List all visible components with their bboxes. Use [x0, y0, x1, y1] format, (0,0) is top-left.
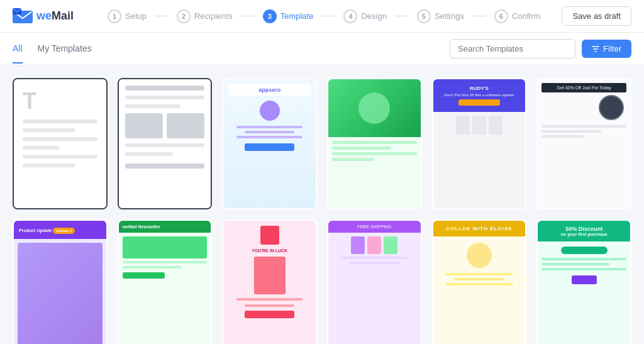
template-blank-preview: T [14, 79, 106, 208]
watch-line-1 [541, 125, 626, 128]
shopping-body [328, 233, 421, 268]
hoodie-image [254, 257, 286, 294]
step-divider-4 [396, 16, 408, 16]
food-line-3 [332, 152, 417, 155]
template-watch[interactable]: Get 40% Off Just For Today [536, 78, 631, 209]
step-template[interactable]: 3 Template [255, 9, 321, 23]
template-woo[interactable]: 50% Discount on your first purchase [536, 219, 631, 344]
rudy-subtitle: Don't Put this Of like a software update [438, 93, 521, 97]
template-collab[interactable]: COLLDE WITH ELOISE [432, 219, 527, 344]
woo-cta [561, 247, 608, 254]
blank-line-6 [23, 164, 75, 167]
tabs-actions: Filter [450, 39, 631, 58]
rudy-item-3 [489, 116, 502, 135]
template-grid: T appsero [0, 65, 644, 344]
product-header: Product Update Update 1 [14, 221, 106, 239]
save-draft-button[interactable]: Save as draft [562, 6, 631, 26]
food-image [328, 79, 421, 137]
rudy-btn [458, 99, 499, 106]
layout-row2 [125, 113, 205, 138]
template-hoodie[interactable]: YOU'RE IN LUCK [222, 219, 317, 344]
blank-line-2 [23, 128, 75, 132]
logo-text: weMail [36, 9, 74, 23]
blank-line-5 [23, 155, 97, 158]
layout-mline-3 [125, 143, 205, 147]
hoodie-btn [245, 311, 294, 318]
template-appsero[interactable]: appsero [222, 78, 317, 209]
food-content [328, 137, 421, 165]
step-settings[interactable]: 5 Settings [409, 9, 472, 23]
template-rudy-preview: RUDY'S Don't Put this Of like a software… [433, 79, 526, 208]
watch-line-2 [541, 130, 601, 133]
template-newsletter-preview: weMail Newsletter [119, 221, 211, 344]
shopping-bag-2 [367, 236, 381, 254]
watch-line-3 [541, 135, 584, 138]
tabs: All My Templates [13, 35, 92, 64]
step-confirm[interactable]: 6 Confirm [487, 9, 548, 23]
watch-image [541, 92, 626, 123]
appsero-logo: appsero [228, 84, 311, 96]
appsero-cta [245, 143, 294, 151]
step-setup[interactable]: 1 Setup [100, 9, 154, 23]
layout-box-2 [167, 113, 204, 138]
header: weMail 1 Setup 2 Recipients 3 Template 4… [0, 0, 644, 33]
template-newsletter[interactable]: weMail Newsletter [118, 219, 213, 344]
food-line-1 [332, 141, 417, 144]
layout-box-1 [125, 113, 163, 138]
appsero-avatar [260, 101, 280, 121]
newsletter-line-2 [123, 266, 182, 269]
step-design[interactable]: 4 Design [336, 9, 394, 23]
template-layout[interactable] [118, 78, 213, 209]
tab-all[interactable]: All [13, 43, 23, 64]
step-recipients[interactable]: 2 Recipients [169, 9, 240, 23]
woo-line-2 [541, 263, 609, 265]
step-num-2: 2 [177, 9, 191, 23]
steps-nav: 1 Setup 2 Recipients 3 Template 4 Design… [91, 9, 557, 23]
newsletter-btn [123, 272, 165, 279]
search-input[interactable] [450, 39, 575, 58]
template-rudy[interactable]: RUDY'S Don't Put this Of like a software… [432, 78, 527, 209]
tab-my-templates[interactable]: My Templates [38, 43, 92, 64]
rudy-products [433, 112, 526, 138]
shopping-header: FREE SHIPPING [328, 221, 421, 233]
template-blank[interactable]: T [13, 78, 108, 209]
layout-hbar-2 [125, 164, 205, 169]
collab-body [433, 236, 526, 344]
step-divider-1 [155, 16, 168, 16]
filter-button[interactable]: Filter [582, 40, 631, 58]
step-divider-2 [242, 16, 254, 16]
logo-icon [13, 8, 33, 25]
hoodie-logo [260, 226, 279, 245]
logo[interactable]: weMail [13, 8, 74, 25]
collab-line-3 [445, 283, 513, 286]
step-num-1: 1 [108, 9, 121, 23]
template-layout-preview [119, 79, 211, 208]
shopping-bags [351, 236, 397, 254]
blank-line-4 [23, 146, 60, 150]
step-label-1: Setup [125, 11, 147, 21]
food-line-2 [332, 147, 391, 150]
shopping-line-2 [349, 262, 400, 264]
tabs-bar: All My Templates Filter [0, 33, 644, 65]
watch-icon [599, 95, 624, 120]
rudy-item-1 [456, 116, 470, 135]
filter-label: Filter [603, 44, 621, 53]
template-shopping[interactable]: FREE SHIPPING [327, 219, 422, 344]
newsletter-body [119, 233, 211, 282]
collab-line-2 [454, 278, 505, 280]
shopping-bag-1 [351, 236, 365, 254]
template-product-update[interactable]: Product Update Update 1 [13, 219, 108, 344]
rudy-item-2 [472, 116, 486, 135]
food-circle [358, 92, 390, 124]
template-appsero-preview: appsero [223, 79, 316, 208]
hoodie-title: YOU'RE IN LUCK [252, 248, 287, 253]
template-food[interactable] [327, 78, 422, 209]
collab-line-1 [445, 273, 513, 275]
shopping-bag-3 [384, 236, 397, 254]
template-collab-preview: COLLDE WITH ELOISE [433, 221, 526, 344]
hoodie-line-1 [236, 298, 303, 301]
template-shopping-preview: FREE SHIPPING [328, 221, 421, 344]
layout-mline-1 [125, 96, 205, 99]
step-divider-5 [473, 16, 486, 16]
product-screenshot [18, 243, 103, 344]
